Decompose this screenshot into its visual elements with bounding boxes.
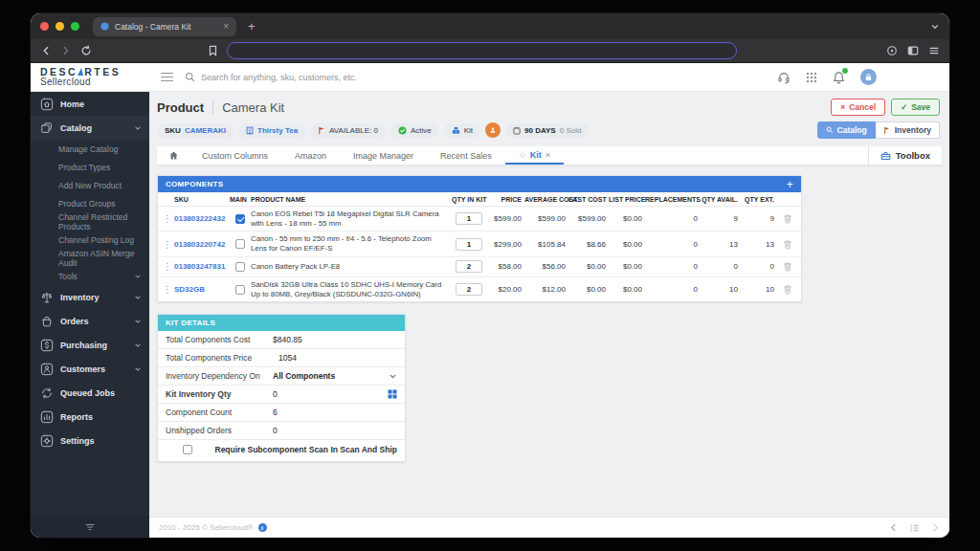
extensions-icon[interactable] bbox=[886, 45, 898, 56]
sellercloud-logo[interactable]: DESCRTES Sellercloud bbox=[40, 67, 153, 88]
apps-grid-icon[interactable] bbox=[806, 72, 817, 83]
component-count-row: Component Count 6 bbox=[158, 404, 405, 422]
component-sku-link[interactable]: 013803247831 bbox=[174, 262, 230, 271]
tab-kit-active[interactable]: ☆Kit× bbox=[505, 146, 564, 165]
sidebar-item-purchasing[interactable]: Purchasing bbox=[31, 333, 149, 357]
col-header: QTY EXT. bbox=[741, 196, 777, 203]
tab-amazon[interactable]: Amazon bbox=[281, 146, 340, 165]
sidebar-subitem-product-types[interactable]: Product Types bbox=[31, 158, 149, 176]
sidebar-subitem-amazon-asin-merge-audit[interactable]: Amazon ASIN Merge Audit bbox=[31, 249, 149, 267]
sidebar-item-catalog[interactable]: Catalog bbox=[31, 116, 149, 140]
inventory-dependency-select[interactable]: All Components bbox=[273, 371, 335, 381]
reload-button[interactable] bbox=[80, 45, 92, 56]
sidebar-item-home[interactable]: Home bbox=[31, 92, 149, 116]
sidebar-collapse-icon[interactable] bbox=[84, 522, 96, 532]
component-sku-link[interactable]: 013803222432 bbox=[174, 214, 230, 223]
delete-component-icon[interactable] bbox=[777, 213, 798, 224]
main-checkbox[interactable] bbox=[235, 262, 245, 272]
star-icon[interactable]: ☆ bbox=[519, 150, 526, 160]
minimize-window-button[interactable] bbox=[56, 22, 64, 31]
component-sku-link[interactable]: SD32GB bbox=[174, 285, 230, 294]
sidebar-item-orders[interactable]: Orders bbox=[31, 309, 149, 333]
tab-home[interactable] bbox=[157, 146, 189, 165]
sidebar-subitem-channel-restricted-products[interactable]: Channel Restricted Products bbox=[31, 212, 149, 231]
sku-badge[interactable]: SKUCAMERAKI bbox=[157, 123, 234, 138]
channel-icon[interactable] bbox=[485, 122, 501, 138]
catalog-view-button[interactable]: Catalog bbox=[817, 121, 876, 139]
new-tab-button[interactable]: + bbox=[248, 19, 256, 33]
address-bar[interactable] bbox=[227, 42, 737, 59]
sidebar-subitem-tools[interactable]: Tools bbox=[31, 267, 149, 285]
footer-prev-icon[interactable] bbox=[889, 523, 898, 532]
tab-recent-sales[interactable]: Recent Sales bbox=[427, 146, 505, 165]
subcomponent-scan-checkbox[interactable] bbox=[183, 445, 192, 454]
search-input[interactable] bbox=[201, 73, 507, 82]
delete-component-icon[interactable] bbox=[777, 261, 798, 272]
sidebar-subitem-add-new-product[interactable]: Add New Product bbox=[31, 176, 149, 194]
qty-in-kit-input[interactable]: 2 bbox=[456, 260, 482, 273]
maximize-window-button[interactable] bbox=[71, 22, 79, 31]
sidebar-subitem-manage-catalog[interactable]: Manage Catalog bbox=[31, 140, 149, 158]
footer-grid-icon[interactable] bbox=[909, 523, 920, 533]
status-badge[interactable]: Active bbox=[390, 123, 439, 138]
sidebar-toggle-icon[interactable] bbox=[907, 45, 919, 56]
qty-in-kit-input[interactable]: 2 bbox=[456, 283, 482, 296]
company-badge[interactable]: Thirsty Tea bbox=[238, 123, 305, 138]
list-price-cell: $0.00 bbox=[609, 285, 645, 294]
sidebar-item-queued-jobs[interactable]: Queued Jobs bbox=[31, 381, 149, 405]
main-checkbox[interactable] bbox=[235, 214, 245, 224]
bookmark-icon[interactable] bbox=[208, 45, 218, 56]
footer-next-icon[interactable] bbox=[931, 523, 940, 532]
inventory-view-button[interactable]: Inventory bbox=[876, 121, 940, 139]
chevron-down-icon[interactable] bbox=[389, 372, 397, 381]
sidebar-item-inventory[interactable]: Inventory bbox=[31, 285, 149, 309]
row-menu-icon[interactable]: ⋮ bbox=[161, 213, 174, 224]
back-button[interactable] bbox=[40, 45, 52, 56]
available-badge[interactable]: AVAILABLE: 0 bbox=[310, 123, 386, 138]
warehouse-grid-icon[interactable] bbox=[388, 389, 397, 399]
component-sku-link[interactable]: 013803220742 bbox=[174, 240, 230, 249]
row-menu-icon[interactable]: ⋮ bbox=[161, 284, 174, 295]
delete-component-icon[interactable] bbox=[777, 284, 798, 295]
browser-tab[interactable]: Catalog - Camera Kit × bbox=[93, 17, 236, 36]
browser-menu-icon[interactable] bbox=[928, 45, 940, 56]
sidebar-item-settings[interactable]: Settings bbox=[31, 429, 149, 452]
main-checkbox[interactable] bbox=[235, 285, 245, 295]
components-table-header: SKUMAINPRODUCT NAMEQTY IN KITPRICEAVERAG… bbox=[158, 192, 801, 207]
tab-custom-columns[interactable]: Custom Columns bbox=[189, 146, 281, 165]
save-button[interactable]: ✓Save bbox=[891, 99, 940, 116]
kit-badge[interactable]: Kit bbox=[444, 123, 480, 138]
qty-in-kit-input[interactable]: 1 bbox=[456, 212, 482, 225]
col-header: QTY AVAIL. bbox=[701, 196, 741, 203]
sold-days-badge[interactable]: 90 DAYS0 Sold bbox=[505, 123, 589, 138]
home-tab-icon bbox=[168, 150, 179, 161]
user-avatar[interactable] bbox=[860, 69, 877, 85]
sidebar-subitem-product-groups[interactable]: Product Groups bbox=[31, 194, 149, 212]
support-headset-icon[interactable] bbox=[777, 71, 791, 84]
delete-component-icon[interactable] bbox=[777, 239, 798, 250]
info-icon[interactable]: i bbox=[258, 523, 267, 532]
close-window-button[interactable] bbox=[40, 22, 49, 31]
sidebar-item-customers[interactable]: Customers bbox=[31, 357, 149, 381]
tab-close-icon[interactable]: × bbox=[546, 150, 550, 160]
row-menu-icon[interactable]: ⋮ bbox=[161, 239, 174, 250]
notifications-bell-icon[interactable] bbox=[833, 71, 845, 84]
tab-close-icon[interactable]: × bbox=[223, 21, 229, 32]
forward-button[interactable] bbox=[60, 45, 72, 56]
sidebar-subitem-channel-posting-log[interactable]: Channel Posting Log bbox=[31, 231, 149, 249]
main-checkbox[interactable] bbox=[235, 239, 245, 249]
tab-image-manager[interactable]: Image Manager bbox=[340, 146, 427, 165]
toolbox-button[interactable]: Toolbox bbox=[868, 146, 942, 165]
tab-list-chevron-icon[interactable] bbox=[930, 22, 940, 32]
inventory-view-icon bbox=[883, 126, 891, 135]
tab-favicon bbox=[100, 22, 109, 31]
total-components-price-input[interactable]: 1054 bbox=[273, 353, 297, 363]
add-component-button[interactable]: + bbox=[787, 178, 793, 191]
chevron-down-icon bbox=[134, 294, 142, 301]
cancel-button[interactable]: ×Cancel bbox=[831, 99, 885, 116]
sidebar-item-reports[interactable]: Reports bbox=[31, 405, 149, 429]
qty-in-kit-input[interactable]: 1 bbox=[456, 238, 482, 251]
row-menu-icon[interactable]: ⋮ bbox=[161, 261, 174, 272]
qty-avail-cell: 13 bbox=[701, 240, 741, 249]
menu-toggle-icon[interactable] bbox=[161, 70, 173, 84]
